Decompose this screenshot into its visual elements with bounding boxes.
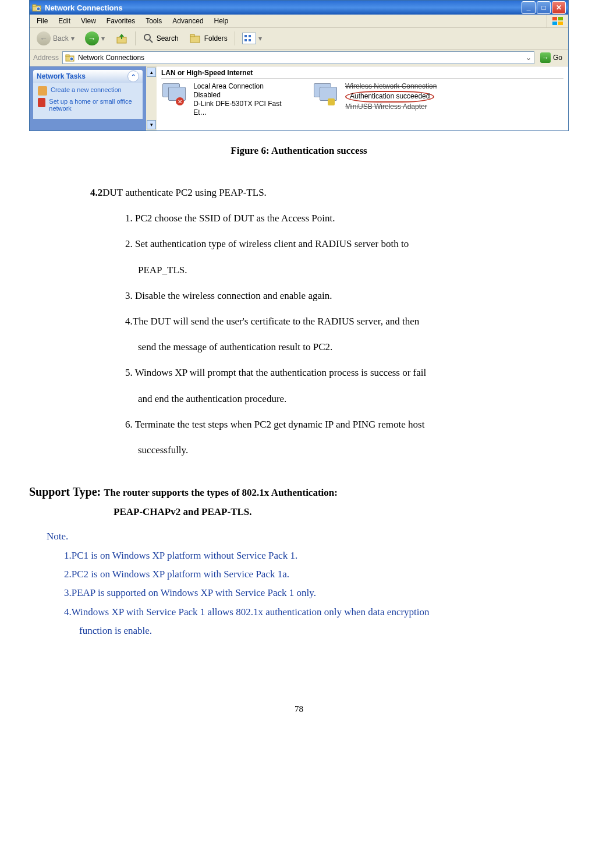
connection-device: MiniUSB Wireless Adapter [345, 103, 437, 111]
support-type-block: Support Type: The router supports the ty… [29, 481, 569, 640]
section-4-2: 4.2DUT authenticate PC2 using PEAP-TLS. … [90, 180, 569, 463]
section-number: 4.2 [90, 187, 102, 198]
menu-help[interactable]: Help [210, 16, 233, 26]
minimize-button[interactable]: _ [522, 1, 536, 14]
auth-highlight: Authentication succeeded [345, 91, 437, 103]
network-folder-icon [32, 3, 41, 12]
svg-rect-11 [190, 34, 194, 37]
new-connection-icon [38, 86, 47, 96]
menu-advanced[interactable]: Advanced [168, 16, 208, 26]
menu-view[interactable]: View [76, 16, 101, 26]
windows-logo-icon [547, 15, 568, 27]
lan-connection-item[interactable]: ✕ Local Area Connection Disabled D-Link … [161, 82, 295, 117]
svg-rect-5 [552, 22, 557, 25]
wireless-connection-item[interactable]: Wireless Network Connection Authenticati… [313, 82, 446, 117]
connections-area: LAN or High-Speed Internet ✕ Local Area … [157, 66, 568, 130]
tasks-header-label: Network Tasks [37, 72, 86, 80]
figure-caption: Figure 6: Authentication success [29, 145, 569, 157]
scroll-down-icon[interactable]: ▾ [147, 120, 156, 129]
search-icon [143, 33, 154, 44]
folder-up-icon [115, 32, 128, 45]
svg-rect-1 [33, 5, 36, 6]
step-1: 1. PC2 choose the SSID of DUT as the Acc… [125, 206, 569, 231]
task-create-connection[interactable]: Create a new connection [38, 86, 138, 96]
folders-label: Folders [204, 34, 228, 43]
step-6: 6. Terminate the test steps when PC2 get… [125, 412, 569, 437]
client-area: Network Tasks ⌃ Create a new connection … [30, 66, 568, 130]
window-title: Network Connections [45, 3, 123, 12]
page-number: 78 [29, 704, 569, 714]
lock-badge-icon [328, 98, 335, 105]
network-connections-window: Network Connections _ □ ✕ File Edit View… [29, 0, 569, 131]
step-3: 3. Disable the wireless connection and e… [125, 283, 569, 309]
back-button[interactable]: ← Back ▾ [33, 30, 78, 47]
scroll-up-icon[interactable]: ▴ [147, 68, 156, 77]
views-button[interactable]: ▾ [239, 31, 265, 45]
task-setup-network[interactable]: Set up a home or small office network [38, 98, 138, 112]
menu-favorites[interactable]: Favorites [102, 16, 140, 26]
chevron-down-icon: ▾ [258, 34, 262, 43]
connection-name: Wireless Network Connection [345, 82, 437, 91]
title-bar: Network Connections _ □ ✕ [30, 1, 568, 15]
forward-arrow-icon: → [85, 31, 99, 45]
section-title: DUT authenticate PC2 using PEAP-TLS. [102, 187, 267, 198]
go-button[interactable]: → Go [538, 52, 565, 63]
collapse-icon[interactable]: ⌃ [127, 70, 139, 82]
svg-rect-6 [558, 22, 563, 25]
menu-file[interactable]: File [32, 16, 52, 26]
svg-rect-13 [66, 55, 69, 57]
lan-connection-icon: ✕ [161, 82, 189, 105]
address-label: Address [33, 54, 59, 62]
folders-button[interactable]: Folders [186, 31, 231, 45]
views-icon [242, 33, 256, 44]
svg-point-8 [144, 34, 150, 40]
step-5-cont: and end the authentication procedure. [125, 386, 569, 412]
step-4-cont: send the message of authentication resul… [125, 334, 569, 360]
note-4: 4.Windows XP with Service Pack 1 allows … [64, 603, 569, 622]
connection-device: D-Link DFE-530TX PCI Fast Et… [193, 100, 295, 117]
svg-point-14 [70, 57, 73, 61]
note-1: 1.PC1 is on Windows XP platform without … [64, 546, 569, 565]
back-label: Back [53, 34, 69, 43]
menu-bar: File Edit View Favorites Tools Advanced … [30, 15, 568, 28]
support-type-body2: PEAP-CHAPv2 and PEAP-TLS. [114, 503, 569, 521]
task-link-label: Create a new connection [51, 86, 122, 93]
connection-name: Local Area Connection [193, 82, 295, 91]
svg-point-2 [37, 7, 40, 10]
go-arrow-icon: → [540, 52, 551, 63]
note-4-cont: function is enable. [79, 622, 569, 640]
network-folder-icon [65, 53, 75, 62]
step-6-cont: successfully. [125, 437, 569, 463]
notes-list: 1.PC1 is on Windows XP platform without … [64, 546, 569, 640]
note-header: Note. [47, 527, 569, 546]
tasks-sidebar: Network Tasks ⌃ Create a new connection … [30, 66, 146, 130]
search-label: Search [157, 34, 179, 43]
folders-icon [189, 33, 202, 44]
tasks-header[interactable]: Network Tasks ⌃ [33, 70, 143, 83]
menu-edit[interactable]: Edit [54, 16, 75, 26]
chevron-down-icon: ▾ [101, 34, 105, 43]
address-bar: Address Network Connections ⌄ → Go [30, 50, 568, 66]
close-button[interactable]: ✕ [552, 1, 566, 14]
toolbar-separator [235, 31, 235, 45]
search-button[interactable]: Search [139, 31, 182, 45]
address-field[interactable]: Network Connections ⌄ [62, 51, 534, 64]
go-label: Go [553, 54, 562, 62]
maximize-button[interactable]: □ [537, 1, 551, 14]
note-2: 2.PC2 is on Windows XP platform with Ser… [64, 565, 569, 584]
forward-button[interactable]: → ▾ [81, 30, 108, 47]
wireless-connection-icon [313, 82, 341, 105]
group-header: LAN or High-Speed Internet [161, 69, 563, 79]
step-2: 2. Set authentication type of wireless c… [125, 231, 569, 257]
step-2-cont: PEAP_TLS. [125, 257, 569, 283]
svg-line-9 [150, 40, 153, 43]
chevron-down-icon[interactable]: ⌄ [526, 54, 531, 62]
sidebar-scrollbar[interactable]: ▴ ▾ [146, 66, 157, 130]
chevron-down-icon: ▾ [71, 34, 75, 43]
menu-tools[interactable]: Tools [141, 16, 166, 26]
setup-network-icon [38, 98, 45, 107]
up-button[interactable] [112, 31, 132, 46]
svg-rect-10 [190, 36, 200, 43]
disabled-badge-icon: ✕ [176, 97, 184, 105]
toolbar: ← Back ▾ → ▾ Search [30, 28, 568, 50]
